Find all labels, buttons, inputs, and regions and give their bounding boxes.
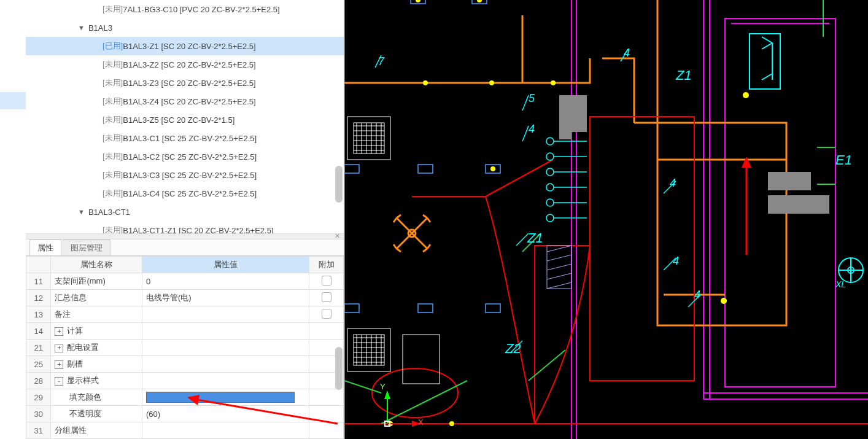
svg-rect-6 (403, 335, 440, 384)
label-z2: Z2 (505, 341, 521, 357)
tree-item[interactable]: [未用] 7AL1-BG3-C10 [PVC 20 ZC-BV-2*2.5+E2… (26, 0, 344, 18)
tree-item[interactable]: [未用] B1AL3-C1 [SC 25 ZC-BV-2*2.5+E2.5] (26, 129, 344, 147)
expand-icon[interactable]: ▼ (78, 208, 85, 216)
checkbox[interactable] (322, 309, 331, 319)
circuit-tree[interactable]: [未用] 7AL1-BG3-C10 [PVC 20 ZC-BV-2*2.5+E2… (26, 0, 344, 233)
plus-icon[interactable]: + (55, 327, 63, 336)
label-z1a: Z1 (676, 68, 692, 84)
grid-scrollbar[interactable] (335, 273, 343, 438)
plus-icon[interactable]: + (55, 360, 63, 369)
label-4d: 4 (673, 255, 679, 268)
label-4e: 4 (694, 289, 700, 301)
expand-icon[interactable]: ▼ (78, 24, 85, 31)
svg-marker-41 (384, 390, 390, 399)
svg-point-1 (372, 368, 458, 418)
label-4a: 4 (529, 123, 535, 136)
property-row[interactable]: 11支架间距(mm)0 (26, 273, 344, 290)
svg-point-10 (546, 138, 554, 145)
svg-rect-33 (486, 304, 500, 313)
panel-splitter[interactable]: ✕ (26, 233, 344, 239)
label-7: 7 (378, 55, 384, 68)
property-row[interactable]: 31分组属性 (26, 422, 344, 439)
side-panel: [未用] 7AL1-BG3-C10 [PVC 20 ZC-BV-2*2.5+E2… (26, 0, 344, 439)
axis-x: X (418, 418, 424, 427)
label-xl: XL (835, 279, 846, 289)
property-row[interactable]: 29填充颜色 (26, 389, 344, 406)
property-row[interactable]: 21+配电设置 (26, 340, 344, 356)
label-5: 5 (529, 92, 535, 105)
left-gutter (0, 0, 26, 439)
svg-point-17 (477, 0, 482, 2)
plus-icon[interactable]: + (55, 344, 63, 352)
tree-item[interactable]: [未用] B1AL3-C2 [SC 25 ZC-BV-2*2.5+E2.5] (26, 147, 344, 166)
tree-item[interactable]: [未用] B1AL3-C3 [SC 25 ZC-BV-2*2.5+E2.5] (26, 166, 344, 184)
color-swatch[interactable] (146, 392, 295, 403)
property-row[interactable]: 13备注 (26, 306, 344, 323)
svg-rect-3 (354, 123, 384, 153)
tree-item[interactable]: [未用] B1AL3-C4 [SC 25 ZC-BV-2*2.5+E2.5] (26, 184, 344, 203)
tree-item[interactable]: [未用] B1AL3-CT1-Z1 [SC 20 ZC-BV-2*2.5+E2.… (26, 221, 344, 233)
label-4b: 4 (624, 47, 630, 60)
label-4c: 4 (670, 177, 676, 190)
svg-point-19 (489, 80, 494, 85)
tab-layers[interactable]: 图层管理 (63, 239, 110, 255)
col-name: 属性名称 (51, 257, 142, 273)
svg-point-13 (546, 184, 554, 191)
axis-y: Y (380, 382, 386, 391)
tree-item[interactable]: [未用] B1AL3-Z3 [SC 20 ZC-BV-2*2.5+E2.5] (26, 74, 344, 92)
tree-scrollbar[interactable] (335, 0, 343, 233)
gutter-highlight (0, 92, 26, 109)
svg-rect-5 (354, 335, 384, 365)
svg-rect-29 (418, 165, 433, 173)
svg-point-12 (546, 168, 554, 176)
svg-point-11 (546, 153, 554, 160)
property-tabs: 属性 图层管理 (26, 239, 344, 256)
property-row[interactable]: 12汇总信息电线导管(电) (26, 290, 344, 306)
tab-properties[interactable]: 属性 (29, 239, 61, 255)
property-row[interactable]: 14+计算 (26, 323, 344, 340)
svg-rect-35 (768, 172, 811, 190)
cad-viewport[interactable]: 7 5 4 4 Z1 4 4 4 Z1 Z2 E1 XL Y X (344, 0, 868, 439)
close-icon[interactable]: ✕ (335, 232, 340, 240)
svg-point-15 (546, 214, 554, 222)
property-row[interactable]: 30不透明度(60) (26, 406, 344, 422)
tree-item[interactable]: [未用] B1AL3-Z2 [SC 20 ZC-BV-2*2.5+E2.5] (26, 55, 344, 74)
svg-point-16 (416, 0, 420, 2)
tree-item[interactable]: [已用] B1AL3-Z1 [SC 20 ZC-BV-2*2.5+E2.5] (26, 37, 344, 55)
svg-point-21 (490, 166, 495, 171)
checkbox[interactable] (322, 276, 331, 286)
svg-rect-32 (418, 304, 433, 313)
svg-point-18 (423, 80, 428, 85)
col-value[interactable]: 属性值 (142, 257, 309, 273)
svg-point-22 (743, 92, 749, 98)
label-e1: E1 (835, 152, 852, 168)
minus-icon[interactable]: - (55, 377, 63, 386)
checkbox[interactable] (322, 292, 331, 302)
property-row[interactable]: 28-显示样式 (26, 373, 344, 389)
svg-rect-7 (559, 95, 587, 132)
svg-point-14 (546, 199, 554, 206)
col-extra: 附加 (309, 257, 344, 273)
tree-item[interactable]: [未用] B1AL3-Z4 [SC 20 ZC-BV-2*2.5+E2.5] (26, 92, 344, 111)
svg-rect-31 (344, 304, 359, 313)
tree-group[interactable]: ▼B1AL3-CT1 (26, 203, 344, 221)
svg-point-23 (721, 298, 727, 304)
svg-rect-39 (750, 34, 780, 89)
tree-group[interactable]: ▼B1AL3 (26, 18, 344, 37)
label-z1b: Z1 (527, 230, 543, 246)
tree-item[interactable]: [未用] B1AL3-Z5 [SC 20 ZC-BV-2*1.5] (26, 111, 344, 129)
svg-point-20 (551, 80, 556, 85)
svg-point-25 (449, 421, 454, 426)
property-grid: 属性名称 属性值 附加 11支架间距(mm)012汇总信息电线导管(电)13备注… (26, 256, 344, 439)
svg-rect-36 (768, 195, 829, 214)
svg-rect-34 (559, 132, 572, 139)
property-row[interactable]: 25+剔槽 (26, 356, 344, 373)
svg-rect-28 (344, 165, 359, 173)
